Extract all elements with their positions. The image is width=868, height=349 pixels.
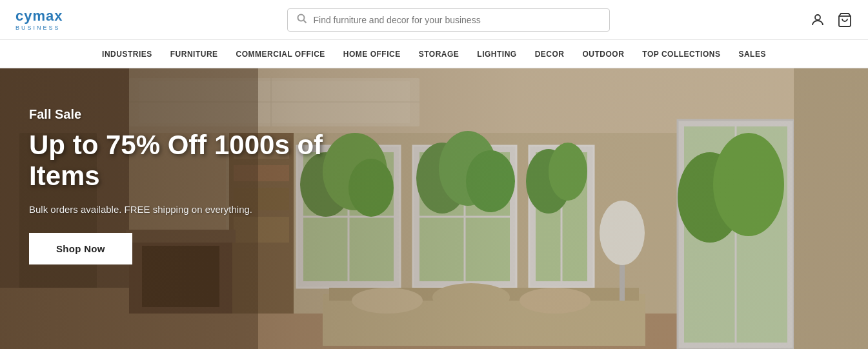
hero-sale-label: Fall Sale [29, 107, 361, 122]
nav-item-industries[interactable]: INDUSTRIES [93, 40, 161, 68]
nav-item-commercial-office[interactable]: COMMERCIAL OFFICE [227, 40, 334, 68]
svg-point-0 [298, 14, 304, 21]
shop-now-button[interactable]: Shop Now [29, 233, 132, 264]
cart-button[interactable] [837, 12, 853, 28]
nav-list: INDUSTRIES FURNITURE COMMERCIAL OFFICE H… [93, 40, 775, 68]
nav-item-furniture[interactable]: FURNITURE [161, 40, 227, 68]
header-icons [810, 12, 853, 28]
main-nav: INDUSTRIES FURNITURE COMMERCIAL OFFICE H… [0, 40, 868, 68]
account-button[interactable] [810, 12, 825, 28]
svg-point-2 [815, 15, 820, 20]
nav-item-lighting[interactable]: LIGHTING [468, 40, 525, 68]
nav-item-sales[interactable]: SALES [729, 40, 775, 68]
logo-main-text: cymax [15, 9, 63, 23]
logo[interactable]: cymax BUSINESS [15, 9, 86, 31]
nav-item-outdoor[interactable]: OUTDOOR [574, 40, 634, 68]
site-header: cymax BUSINESS [0, 0, 868, 40]
logo-sub-text: BUSINESS [15, 25, 61, 31]
svg-line-1 [303, 20, 306, 23]
hero-section: Fall Sale Up to 75% Off 1000s of Items B… [0, 68, 868, 349]
search-input[interactable] [314, 15, 600, 25]
hero-subtext: Bulk orders available. FREE shipping on … [29, 204, 361, 215]
hero-headline: Up to 75% Off 1000s of Items [29, 130, 361, 192]
nav-item-top-collections[interactable]: TOP COLLECTIONS [633, 40, 729, 68]
search-bar[interactable] [287, 8, 610, 32]
nav-item-storage[interactable]: STORAGE [410, 40, 469, 68]
nav-item-decor[interactable]: DECOR [526, 40, 574, 68]
nav-item-home-office[interactable]: HOME OFFICE [334, 40, 410, 68]
hero-content: Fall Sale Up to 75% Off 1000s of Items B… [0, 68, 361, 264]
search-icon [297, 14, 307, 26]
